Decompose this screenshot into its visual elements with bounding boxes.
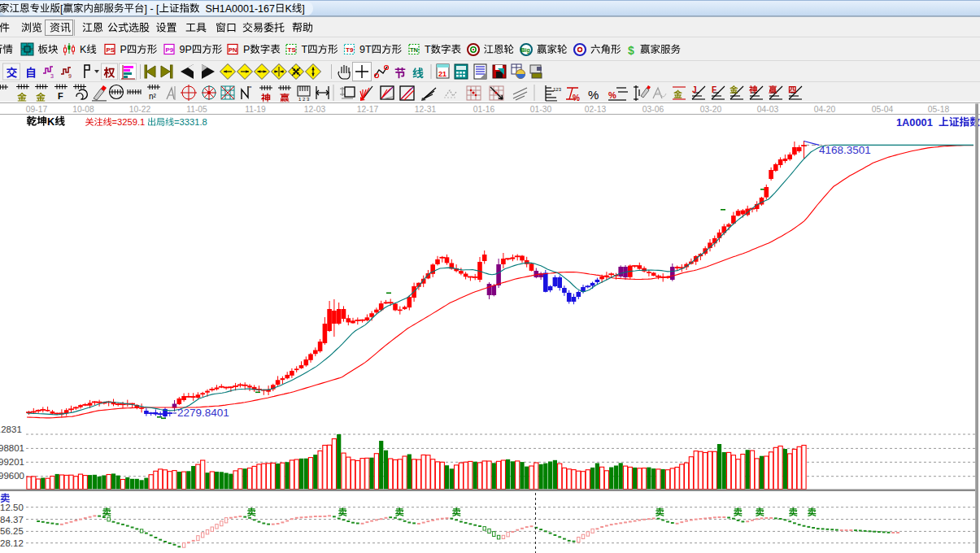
svg-text:n²: n² bbox=[149, 92, 157, 101]
svg-text:04-20: 04-20 bbox=[814, 105, 836, 114]
svg-text:$: $ bbox=[628, 44, 634, 57]
svg-text:%: % bbox=[573, 94, 580, 102]
svg-text:.2831: .2831 bbox=[0, 425, 22, 434]
svg-text:12.50: 12.50 bbox=[0, 503, 24, 512]
svg-text:K: K bbox=[285, 3, 293, 15]
svg-text:T: T bbox=[302, 44, 308, 55]
svg-text:21: 21 bbox=[438, 70, 446, 78]
svg-text:%: % bbox=[608, 90, 616, 100]
svg-text:04-03: 04-03 bbox=[757, 105, 779, 114]
svg-text:11-19: 11-19 bbox=[245, 105, 266, 114]
svg-text:9: 9 bbox=[68, 73, 72, 79]
svg-text:%: % bbox=[588, 88, 599, 102]
svg-text:K: K bbox=[47, 115, 55, 128]
svg-text:10-22: 10-22 bbox=[129, 105, 151, 114]
svg-text:56.25: 56.25 bbox=[0, 526, 24, 536]
svg-text:4168.3501: 4168.3501 bbox=[819, 144, 871, 156]
svg-text:[: [ bbox=[60, 3, 63, 15]
svg-text:=3259.1: =3259.1 bbox=[112, 117, 146, 127]
svg-text:=3331.8: =3331.8 bbox=[174, 117, 207, 127]
svg-text:9P: 9P bbox=[180, 44, 192, 55]
svg-text:01-16: 01-16 bbox=[473, 105, 495, 114]
svg-text:98801: 98801 bbox=[0, 443, 24, 453]
svg-text:12-03: 12-03 bbox=[304, 105, 326, 114]
svg-text:1A0001: 1A0001 bbox=[896, 116, 939, 128]
svg-text:99600: 99600 bbox=[0, 471, 24, 481]
svg-text:05-18: 05-18 bbox=[928, 105, 950, 114]
svg-text:P: P bbox=[120, 44, 127, 55]
svg-text:02-13: 02-13 bbox=[585, 105, 607, 114]
svg-text:P: P bbox=[243, 44, 250, 55]
svg-text:1 2 3: 1 2 3 bbox=[298, 97, 310, 102]
svg-text:TS: TS bbox=[288, 46, 297, 54]
svg-text:3: 3 bbox=[50, 73, 54, 79]
svg-text:T: T bbox=[425, 44, 431, 55]
svg-text:PN: PN bbox=[229, 46, 237, 54]
svg-text:01-30: 01-30 bbox=[530, 105, 552, 114]
svg-text:05-04: 05-04 bbox=[872, 105, 894, 114]
svg-text:28.12: 28.12 bbox=[0, 538, 24, 548]
svg-text:03-06: 03-06 bbox=[642, 105, 664, 114]
svg-text:T9: T9 bbox=[346, 46, 354, 54]
svg-text:] - [: ] - [ bbox=[145, 3, 160, 15]
svg-text:P9: P9 bbox=[166, 46, 174, 54]
svg-text:12-17: 12-17 bbox=[357, 105, 379, 114]
svg-text:": " bbox=[249, 85, 251, 93]
svg-text:Big: Big bbox=[521, 47, 530, 54]
svg-text:9T: 9T bbox=[359, 44, 372, 55]
svg-text:84.37: 84.37 bbox=[0, 515, 24, 525]
svg-text:09-17: 09-17 bbox=[26, 105, 48, 114]
svg-text:PS: PS bbox=[107, 46, 115, 54]
svg-text:10-08: 10-08 bbox=[72, 105, 94, 114]
svg-text:K: K bbox=[80, 44, 87, 55]
svg-text:99201: 99201 bbox=[0, 457, 24, 467]
svg-text:2279.8401: 2279.8401 bbox=[177, 407, 229, 419]
svg-text:J: J bbox=[692, 85, 697, 94]
svg-text:SH1A0001-167: SH1A0001-167 bbox=[200, 3, 275, 15]
svg-text:F: F bbox=[58, 91, 63, 101]
svg-text:11-05: 11-05 bbox=[186, 105, 207, 114]
svg-text:03-20: 03-20 bbox=[700, 105, 722, 114]
svg-text:TN: TN bbox=[410, 46, 418, 54]
svg-text:123: 123 bbox=[553, 87, 562, 92]
svg-text:]: ] bbox=[302, 3, 304, 15]
svg-text:12-31: 12-31 bbox=[415, 105, 437, 114]
svg-text:F: F bbox=[712, 85, 716, 94]
